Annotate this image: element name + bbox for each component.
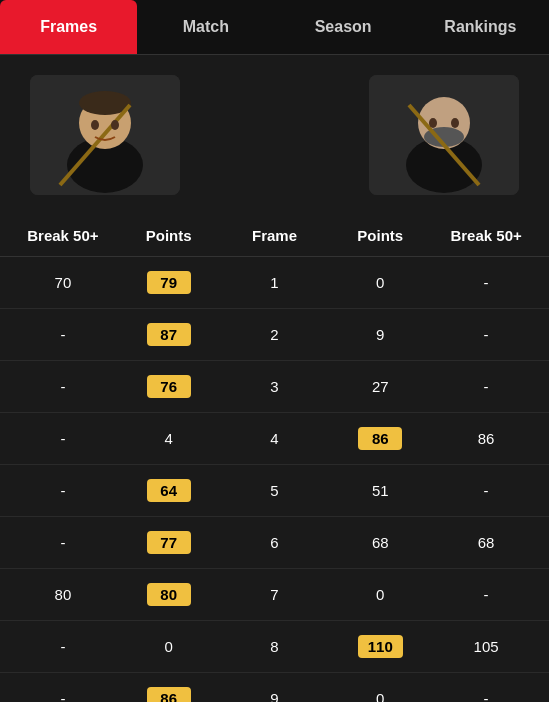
frame-cell: 7 xyxy=(222,580,328,609)
points-left-cell: 87 xyxy=(116,317,222,352)
header-break50-right: Break 50+ xyxy=(433,223,539,248)
break50-right-cell: 105 xyxy=(433,632,539,661)
points-right-cell: 51 xyxy=(327,476,433,505)
break50-left-cell: - xyxy=(10,684,116,702)
break50-right-cell: - xyxy=(433,320,539,349)
stats-header: Break 50+ Points Frame Points Break 50+ xyxy=(0,215,549,257)
frame-cell: 1 xyxy=(222,268,328,297)
table-row: -76327- xyxy=(0,361,549,413)
header-break50-left: Break 50+ xyxy=(10,223,116,248)
frame-cell: 5 xyxy=(222,476,328,505)
points-right-cell: 9 xyxy=(327,320,433,349)
points-left-cell: 79 xyxy=(116,265,222,300)
player-left-avatar xyxy=(30,75,180,195)
points-left-cell: 77 xyxy=(116,525,222,560)
points-left-cell: 4 xyxy=(116,424,222,453)
points-left-cell: 76 xyxy=(116,369,222,404)
break50-left-cell: - xyxy=(10,476,116,505)
frame-cell: 6 xyxy=(222,528,328,557)
stats-rows: 707910--8729--76327--448686-64551--77668… xyxy=(0,257,549,702)
table-row: -448686 xyxy=(0,413,549,465)
break50-left-cell: - xyxy=(10,424,116,453)
tab-rankings[interactable]: Rankings xyxy=(412,0,549,54)
break50-right-cell: - xyxy=(433,684,539,702)
svg-point-6 xyxy=(111,120,119,130)
header-points-left: Points xyxy=(116,223,222,248)
points-right-cell: 68 xyxy=(327,528,433,557)
points-right-cell: 86 xyxy=(327,421,433,456)
table-row: 808070- xyxy=(0,569,549,621)
points-left-cell: 86 xyxy=(116,681,222,702)
points-left-cell: 0 xyxy=(116,632,222,661)
players-section xyxy=(0,55,549,215)
break50-right-cell: - xyxy=(433,476,539,505)
frame-cell: 9 xyxy=(222,684,328,702)
frame-cell: 4 xyxy=(222,424,328,453)
table-row: -64551- xyxy=(0,465,549,517)
points-right-cell: 27 xyxy=(327,372,433,401)
break50-left-cell: - xyxy=(10,632,116,661)
frame-cell: 3 xyxy=(222,372,328,401)
break50-right-cell: - xyxy=(433,268,539,297)
tab-bar: Frames Match Season Rankings xyxy=(0,0,549,55)
break50-left-cell: - xyxy=(10,372,116,401)
player-right-avatar xyxy=(369,75,519,195)
header-points-right: Points xyxy=(327,223,433,248)
break50-right-cell: 86 xyxy=(433,424,539,453)
points-left-cell: 64 xyxy=(116,473,222,508)
svg-point-5 xyxy=(91,120,99,130)
tab-frames[interactable]: Frames xyxy=(0,0,137,54)
break50-right-cell: - xyxy=(433,372,539,401)
header-frame: Frame xyxy=(222,223,328,248)
tab-season[interactable]: Season xyxy=(275,0,412,54)
table-row: -8729- xyxy=(0,309,549,361)
break50-left-cell: 80 xyxy=(10,580,116,609)
table-row: 707910- xyxy=(0,257,549,309)
tab-match[interactable]: Match xyxy=(137,0,274,54)
break50-left-cell: 70 xyxy=(10,268,116,297)
points-right-cell: 0 xyxy=(327,268,433,297)
table-row: -7766868 xyxy=(0,517,549,569)
svg-point-12 xyxy=(429,118,437,128)
frame-cell: 2 xyxy=(222,320,328,349)
svg-point-13 xyxy=(451,118,459,128)
points-left-cell: 80 xyxy=(116,577,222,612)
table-row: -08110105 xyxy=(0,621,549,673)
break50-left-cell: - xyxy=(10,528,116,557)
points-right-cell: 0 xyxy=(327,684,433,702)
break50-right-cell: - xyxy=(433,580,539,609)
points-right-cell: 0 xyxy=(327,580,433,609)
table-row: -8690- xyxy=(0,673,549,702)
points-right-cell: 110 xyxy=(327,629,433,664)
break50-right-cell: 68 xyxy=(433,528,539,557)
break50-left-cell: - xyxy=(10,320,116,349)
frame-cell: 8 xyxy=(222,632,328,661)
